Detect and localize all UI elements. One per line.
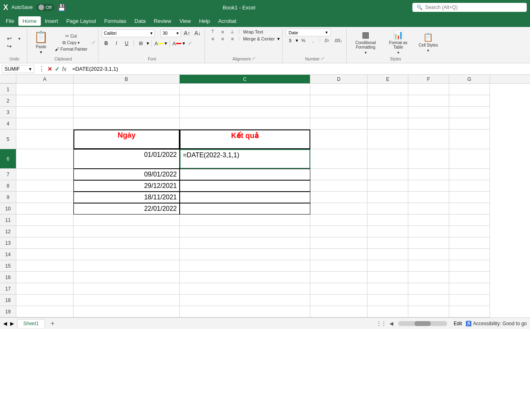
cell-b4[interactable] <box>73 118 180 130</box>
conditional-formatting-button[interactable]: ▦ Conditional Formatting ▾ <box>350 29 381 56</box>
row-num-4[interactable]: 4 <box>0 118 16 130</box>
search-box[interactable]: 🔍 <box>412 3 527 12</box>
cell-e16[interactable] <box>367 272 408 283</box>
cell-g14[interactable] <box>449 249 490 260</box>
bold-button[interactable]: B <box>102 39 111 48</box>
cell-a18[interactable] <box>16 295 73 306</box>
align-bottom-button[interactable]: ⊥ <box>228 29 237 35</box>
cell-c5[interactable]: Kết quả <box>180 130 310 149</box>
menu-data[interactable]: Data <box>130 16 149 26</box>
cell-a11[interactable] <box>16 214 73 226</box>
scroll-left-button[interactable]: ◀ <box>390 321 393 326</box>
cell-a8[interactable] <box>16 180 73 192</box>
cell-a6[interactable] <box>16 149 73 169</box>
cell-g9[interactable] <box>449 192 490 203</box>
cell-g10[interactable] <box>449 203 490 214</box>
cell-a1[interactable] <box>16 84 73 95</box>
row-num-12[interactable]: 12 <box>0 226 16 237</box>
cell-b5[interactable]: Ngày <box>73 130 180 149</box>
font-grow-button[interactable]: A↑ <box>183 29 192 38</box>
cell-f13[interactable] <box>408 237 449 249</box>
underline-button[interactable]: U <box>122 39 131 48</box>
row-num-11[interactable]: 11 <box>0 214 16 226</box>
col-header-d[interactable]: D <box>310 75 367 83</box>
cell-e10[interactable] <box>367 203 408 214</box>
comma-button[interactable]: , <box>309 38 318 43</box>
menu-file[interactable]: File <box>2 16 18 26</box>
formula-input[interactable] <box>71 65 528 73</box>
cell-e6[interactable] <box>367 149 408 169</box>
align-middle-button[interactable]: ≡ <box>218 29 227 35</box>
cell-g13[interactable] <box>449 237 490 249</box>
scroll-next[interactable]: ▶ <box>10 321 14 326</box>
menu-review[interactable]: Review <box>150 16 176 26</box>
cell-a10[interactable] <box>16 203 73 214</box>
cell-e9[interactable] <box>367 192 408 203</box>
cell-e15[interactable] <box>367 260 408 272</box>
currency-button[interactable]: $ <box>286 38 295 43</box>
number-format-dropdown[interactable]: Date▾ <box>286 29 331 36</box>
cell-c3[interactable] <box>180 107 310 118</box>
cell-g3[interactable] <box>449 107 490 118</box>
cell-d17[interactable] <box>310 283 367 295</box>
cell-b6[interactable]: 01/01/2022 <box>73 149 180 169</box>
cancel-icon[interactable]: ✕ <box>47 66 52 72</box>
italic-button[interactable]: I <box>112 39 121 48</box>
autosave-toggle[interactable]: Off <box>36 4 54 11</box>
cell-d8[interactable] <box>310 180 367 192</box>
cell-c8[interactable] <box>180 180 310 192</box>
cell-f16[interactable] <box>408 272 449 283</box>
cell-c9[interactable] <box>180 192 310 203</box>
col-header-g[interactable]: G <box>449 75 490 83</box>
cell-a2[interactable] <box>16 95 73 107</box>
cell-d1[interactable] <box>310 84 367 95</box>
col-header-c[interactable]: C <box>180 75 310 83</box>
cell-c1[interactable] <box>180 84 310 95</box>
cell-g15[interactable] <box>449 260 490 272</box>
cell-d19[interactable] <box>310 306 367 317</box>
cell-e18[interactable] <box>367 295 408 306</box>
cell-a3[interactable] <box>16 107 73 118</box>
row-num-8[interactable]: 8 <box>0 180 16 192</box>
scroll-prev[interactable]: ◀ <box>3 321 7 326</box>
redo-button[interactable]: ↪ <box>5 42 14 50</box>
row-num-16[interactable]: 16 <box>0 272 16 283</box>
cell-b7[interactable]: 09/01/2022 <box>73 169 180 180</box>
align-center-button[interactable]: ≡ <box>218 36 227 42</box>
cell-g16[interactable] <box>449 272 490 283</box>
cell-b15[interactable] <box>73 260 180 272</box>
cell-g19[interactable] <box>449 306 490 317</box>
cell-f15[interactable] <box>408 260 449 272</box>
row-num-15[interactable]: 15 <box>0 260 16 272</box>
cell-g1[interactable] <box>449 84 490 95</box>
cell-b18[interactable] <box>73 295 180 306</box>
cell-c15[interactable] <box>180 260 310 272</box>
paste-button[interactable]: 📋 Paste ▾ <box>31 29 51 56</box>
format-as-table-button[interactable]: 📊 Format as Table ▾ <box>383 29 414 56</box>
cell-b9[interactable]: 18/11/2021 <box>73 192 180 203</box>
cell-c2[interactable] <box>180 95 310 107</box>
cell-e7[interactable] <box>367 169 408 180</box>
cell-a14[interactable] <box>16 249 73 260</box>
cell-a12[interactable] <box>16 226 73 237</box>
cell-c17[interactable] <box>180 283 310 295</box>
cell-g17[interactable] <box>449 283 490 295</box>
cell-a15[interactable] <box>16 260 73 272</box>
cell-f12[interactable] <box>408 226 449 237</box>
cell-b10[interactable]: 22/01/2022 <box>73 203 180 214</box>
cell-c7[interactable] <box>180 169 310 180</box>
menu-help[interactable]: Help <box>195 16 214 26</box>
function-icon[interactable]: fx <box>62 66 67 72</box>
row-num-6[interactable]: 6 <box>0 149 16 169</box>
align-right-button[interactable]: ≡ <box>228 36 237 42</box>
cell-c6[interactable]: =DATE(2022-3,1,1) <box>180 149 310 169</box>
cell-c14[interactable] <box>180 249 310 260</box>
menu-insert[interactable]: Insert <box>41 16 62 26</box>
row-num-10[interactable]: 10 <box>0 203 16 214</box>
cell-f18[interactable] <box>408 295 449 306</box>
menu-view[interactable]: View <box>175 16 195 26</box>
cell-c16[interactable] <box>180 272 310 283</box>
cell-c4[interactable] <box>180 118 310 130</box>
cell-c19[interactable] <box>180 306 310 317</box>
cell-d16[interactable] <box>310 272 367 283</box>
